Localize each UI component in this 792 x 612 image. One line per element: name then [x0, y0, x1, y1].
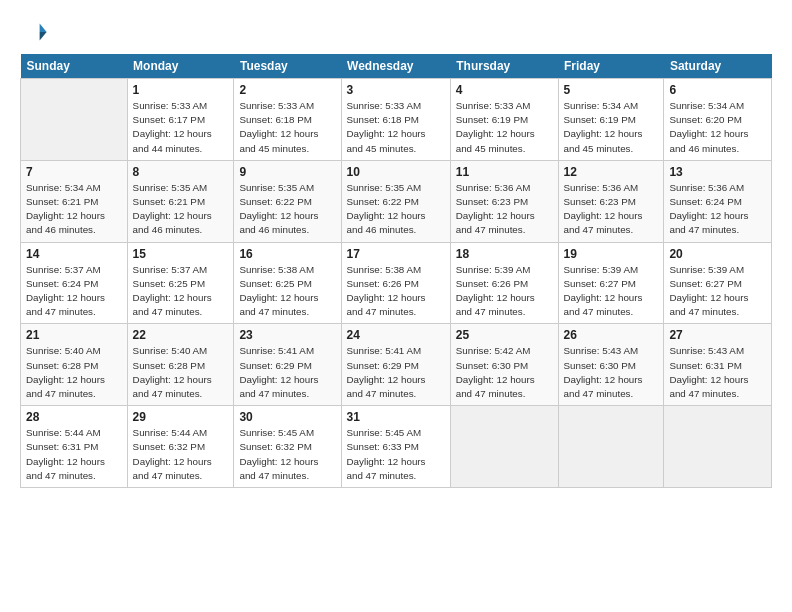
day-cell: 18Sunrise: 5:39 AM Sunset: 6:26 PM Dayli…	[450, 242, 558, 324]
svg-marker-1	[40, 32, 47, 40]
header-cell-thursday: Thursday	[450, 54, 558, 79]
day-info: Sunrise: 5:38 AM Sunset: 6:25 PM Dayligh…	[239, 263, 335, 320]
day-info: Sunrise: 5:44 AM Sunset: 6:32 PM Dayligh…	[133, 426, 229, 483]
header	[20, 18, 772, 46]
day-number: 26	[564, 328, 659, 342]
day-number: 20	[669, 247, 766, 261]
day-cell: 14Sunrise: 5:37 AM Sunset: 6:24 PM Dayli…	[21, 242, 128, 324]
day-info: Sunrise: 5:36 AM Sunset: 6:24 PM Dayligh…	[669, 181, 766, 238]
day-number: 14	[26, 247, 122, 261]
logo	[20, 18, 52, 46]
day-cell: 9Sunrise: 5:35 AM Sunset: 6:22 PM Daylig…	[234, 160, 341, 242]
page: SundayMondayTuesdayWednesdayThursdayFrid…	[0, 0, 792, 498]
header-row: SundayMondayTuesdayWednesdayThursdayFrid…	[21, 54, 772, 79]
day-number: 25	[456, 328, 553, 342]
day-cell: 17Sunrise: 5:38 AM Sunset: 6:26 PM Dayli…	[341, 242, 450, 324]
day-cell: 12Sunrise: 5:36 AM Sunset: 6:23 PM Dayli…	[558, 160, 664, 242]
day-cell: 22Sunrise: 5:40 AM Sunset: 6:28 PM Dayli…	[127, 324, 234, 406]
day-number: 21	[26, 328, 122, 342]
header-cell-tuesday: Tuesday	[234, 54, 341, 79]
day-cell: 10Sunrise: 5:35 AM Sunset: 6:22 PM Dayli…	[341, 160, 450, 242]
day-info: Sunrise: 5:39 AM Sunset: 6:27 PM Dayligh…	[669, 263, 766, 320]
week-row-4: 21Sunrise: 5:40 AM Sunset: 6:28 PM Dayli…	[21, 324, 772, 406]
day-cell: 31Sunrise: 5:45 AM Sunset: 6:33 PM Dayli…	[341, 406, 450, 488]
day-number: 1	[133, 83, 229, 97]
day-info: Sunrise: 5:41 AM Sunset: 6:29 PM Dayligh…	[239, 344, 335, 401]
day-cell: 15Sunrise: 5:37 AM Sunset: 6:25 PM Dayli…	[127, 242, 234, 324]
day-cell: 30Sunrise: 5:45 AM Sunset: 6:32 PM Dayli…	[234, 406, 341, 488]
day-number: 30	[239, 410, 335, 424]
day-info: Sunrise: 5:35 AM Sunset: 6:21 PM Dayligh…	[133, 181, 229, 238]
day-number: 10	[347, 165, 445, 179]
day-number: 15	[133, 247, 229, 261]
day-cell: 4Sunrise: 5:33 AM Sunset: 6:19 PM Daylig…	[450, 79, 558, 161]
day-info: Sunrise: 5:36 AM Sunset: 6:23 PM Dayligh…	[564, 181, 659, 238]
day-number: 11	[456, 165, 553, 179]
day-number: 29	[133, 410, 229, 424]
day-cell: 20Sunrise: 5:39 AM Sunset: 6:27 PM Dayli…	[664, 242, 772, 324]
day-info: Sunrise: 5:43 AM Sunset: 6:30 PM Dayligh…	[564, 344, 659, 401]
header-cell-monday: Monday	[127, 54, 234, 79]
day-info: Sunrise: 5:36 AM Sunset: 6:23 PM Dayligh…	[456, 181, 553, 238]
day-cell: 13Sunrise: 5:36 AM Sunset: 6:24 PM Dayli…	[664, 160, 772, 242]
day-cell	[450, 406, 558, 488]
day-cell: 27Sunrise: 5:43 AM Sunset: 6:31 PM Dayli…	[664, 324, 772, 406]
day-cell: 21Sunrise: 5:40 AM Sunset: 6:28 PM Dayli…	[21, 324, 128, 406]
day-info: Sunrise: 5:35 AM Sunset: 6:22 PM Dayligh…	[239, 181, 335, 238]
day-info: Sunrise: 5:42 AM Sunset: 6:30 PM Dayligh…	[456, 344, 553, 401]
day-cell: 3Sunrise: 5:33 AM Sunset: 6:18 PM Daylig…	[341, 79, 450, 161]
day-info: Sunrise: 5:33 AM Sunset: 6:17 PM Dayligh…	[133, 99, 229, 156]
day-cell	[664, 406, 772, 488]
day-cell: 7Sunrise: 5:34 AM Sunset: 6:21 PM Daylig…	[21, 160, 128, 242]
day-number: 23	[239, 328, 335, 342]
day-cell: 26Sunrise: 5:43 AM Sunset: 6:30 PM Dayli…	[558, 324, 664, 406]
day-number: 2	[239, 83, 335, 97]
day-number: 24	[347, 328, 445, 342]
day-info: Sunrise: 5:39 AM Sunset: 6:26 PM Dayligh…	[456, 263, 553, 320]
day-cell: 23Sunrise: 5:41 AM Sunset: 6:29 PM Dayli…	[234, 324, 341, 406]
day-number: 9	[239, 165, 335, 179]
day-cell	[21, 79, 128, 161]
header-cell-sunday: Sunday	[21, 54, 128, 79]
day-cell: 2Sunrise: 5:33 AM Sunset: 6:18 PM Daylig…	[234, 79, 341, 161]
header-cell-wednesday: Wednesday	[341, 54, 450, 79]
svg-marker-0	[40, 24, 47, 32]
day-number: 22	[133, 328, 229, 342]
day-info: Sunrise: 5:43 AM Sunset: 6:31 PM Dayligh…	[669, 344, 766, 401]
week-row-1: 1Sunrise: 5:33 AM Sunset: 6:17 PM Daylig…	[21, 79, 772, 161]
day-info: Sunrise: 5:39 AM Sunset: 6:27 PM Dayligh…	[564, 263, 659, 320]
day-number: 16	[239, 247, 335, 261]
day-cell	[558, 406, 664, 488]
day-info: Sunrise: 5:37 AM Sunset: 6:24 PM Dayligh…	[26, 263, 122, 320]
day-info: Sunrise: 5:37 AM Sunset: 6:25 PM Dayligh…	[133, 263, 229, 320]
week-row-2: 7Sunrise: 5:34 AM Sunset: 6:21 PM Daylig…	[21, 160, 772, 242]
day-number: 5	[564, 83, 659, 97]
day-cell: 25Sunrise: 5:42 AM Sunset: 6:30 PM Dayli…	[450, 324, 558, 406]
day-info: Sunrise: 5:34 AM Sunset: 6:20 PM Dayligh…	[669, 99, 766, 156]
day-number: 12	[564, 165, 659, 179]
day-info: Sunrise: 5:33 AM Sunset: 6:19 PM Dayligh…	[456, 99, 553, 156]
day-info: Sunrise: 5:44 AM Sunset: 6:31 PM Dayligh…	[26, 426, 122, 483]
day-number: 3	[347, 83, 445, 97]
day-number: 18	[456, 247, 553, 261]
day-number: 8	[133, 165, 229, 179]
week-row-3: 14Sunrise: 5:37 AM Sunset: 6:24 PM Dayli…	[21, 242, 772, 324]
day-info: Sunrise: 5:33 AM Sunset: 6:18 PM Dayligh…	[347, 99, 445, 156]
day-cell: 24Sunrise: 5:41 AM Sunset: 6:29 PM Dayli…	[341, 324, 450, 406]
day-cell: 19Sunrise: 5:39 AM Sunset: 6:27 PM Dayli…	[558, 242, 664, 324]
day-info: Sunrise: 5:35 AM Sunset: 6:22 PM Dayligh…	[347, 181, 445, 238]
day-info: Sunrise: 5:34 AM Sunset: 6:19 PM Dayligh…	[564, 99, 659, 156]
day-info: Sunrise: 5:38 AM Sunset: 6:26 PM Dayligh…	[347, 263, 445, 320]
day-number: 31	[347, 410, 445, 424]
day-cell: 8Sunrise: 5:35 AM Sunset: 6:21 PM Daylig…	[127, 160, 234, 242]
header-cell-saturday: Saturday	[664, 54, 772, 79]
header-cell-friday: Friday	[558, 54, 664, 79]
day-cell: 1Sunrise: 5:33 AM Sunset: 6:17 PM Daylig…	[127, 79, 234, 161]
day-info: Sunrise: 5:45 AM Sunset: 6:33 PM Dayligh…	[347, 426, 445, 483]
day-info: Sunrise: 5:33 AM Sunset: 6:18 PM Dayligh…	[239, 99, 335, 156]
day-info: Sunrise: 5:40 AM Sunset: 6:28 PM Dayligh…	[133, 344, 229, 401]
day-number: 4	[456, 83, 553, 97]
day-number: 27	[669, 328, 766, 342]
day-number: 19	[564, 247, 659, 261]
day-info: Sunrise: 5:45 AM Sunset: 6:32 PM Dayligh…	[239, 426, 335, 483]
